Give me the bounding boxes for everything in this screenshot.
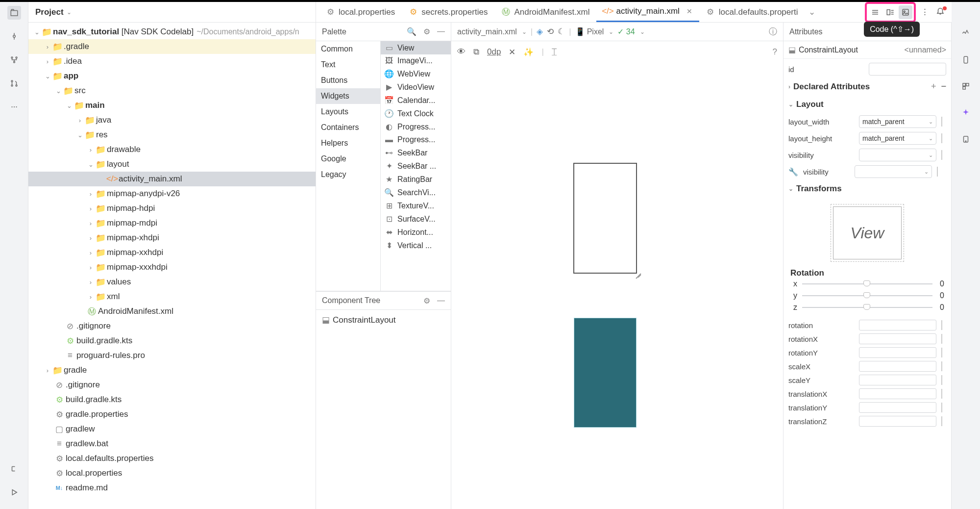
- code-mode-button[interactable]: [868, 5, 882, 19]
- terminal-icon[interactable]: [7, 462, 21, 476]
- widget-webview[interactable]: 🌐WebView: [381, 67, 451, 80]
- warning-icon[interactable]: ⓘ: [769, 26, 777, 37]
- infer-constraints-icon[interactable]: ✨: [523, 47, 534, 57]
- palette-cat-buttons[interactable]: Buttons: [316, 73, 380, 88]
- tree-mipmap-xxhdpi[interactable]: ›📁 mipmap-xxhdpi: [28, 245, 316, 260]
- gear-icon[interactable]: ⚙: [423, 296, 430, 305]
- tree-layout[interactable]: ⌄📁 layout: [28, 157, 316, 172]
- guidelines-icon[interactable]: ⌶: [552, 47, 557, 57]
- design-canvas[interactable]: [451, 63, 783, 509]
- blueprint-preview[interactable]: [574, 318, 637, 428]
- tree-idea-folder[interactable]: ›📁 .idea: [28, 54, 316, 69]
- clear-constraints-icon[interactable]: ✕: [509, 47, 515, 57]
- ct-constraint-layout[interactable]: ⬓ ConstraintLayout: [320, 313, 447, 327]
- layout-height-input[interactable]: match_parent⌄: [859, 132, 936, 145]
- tree-mipmap-xhdpi[interactable]: ›📁 mipmap-xhdpi: [28, 230, 316, 245]
- rotation-y-slider[interactable]: y 0: [784, 290, 951, 302]
- widget-videoview[interactable]: ▶VideoView: [381, 80, 451, 94]
- tree-gradlew-bat[interactable]: ≡ gradlew.bat: [28, 436, 316, 451]
- tree-build-gradle-app[interactable]: ⚙ build.gradle.kts: [28, 333, 316, 348]
- device-dropdown[interactable]: 📱Pixel⌄: [575, 27, 614, 36]
- tree-mipmap-mdpi[interactable]: ›📁 mipmap-mdpi: [28, 216, 316, 230]
- structure-icon[interactable]: [7, 53, 21, 67]
- tree-local-defaults[interactable]: ⚙ local.defaults.properties: [28, 451, 316, 466]
- palette-cat-helpers[interactable]: Helpers: [316, 135, 380, 151]
- api-dropdown[interactable]: ✓ 34⌄: [617, 27, 644, 36]
- layout-width-input[interactable]: match_parent⌄: [859, 115, 936, 128]
- split-mode-button[interactable]: [883, 5, 897, 19]
- tree-gradlew[interactable]: ▢ gradlew: [28, 422, 316, 436]
- layout-section[interactable]: ⌄Layout: [784, 96, 951, 113]
- device-preview[interactable]: [573, 163, 637, 274]
- tree-root[interactable]: ⌄📁 nav_sdk_tutorial [Nav SDK Codelab] ~/…: [28, 25, 316, 39]
- project-tool-icon[interactable]: [7, 6, 21, 20]
- widget-vertical[interactable]: ⬍Vertical ...: [381, 239, 451, 252]
- rotation-x-slider[interactable]: x 0: [784, 278, 951, 290]
- tree-gradle-folder[interactable]: ›📁 .gradle: [28, 39, 316, 54]
- rotationy-input[interactable]: [859, 347, 936, 358]
- tree-gradle-props[interactable]: ⚙ gradle.properties: [28, 407, 316, 422]
- run-icon[interactable]: [7, 485, 21, 499]
- notifications-icon[interactable]: [934, 6, 947, 18]
- remove-attribute-icon[interactable]: −: [941, 81, 946, 92]
- translationy-input[interactable]: [859, 402, 936, 413]
- tree-activity-main[interactable]: </> activity_main.xml: [28, 172, 316, 186]
- rotation-z-slider[interactable]: z 0: [784, 302, 951, 313]
- widget-view[interactable]: ▭View: [381, 41, 451, 54]
- widget-progress1[interactable]: ◐Progress...: [381, 120, 451, 133]
- id-input[interactable]: [869, 63, 946, 76]
- widget-textclock[interactable]: 🕐Text Clock: [381, 107, 451, 120]
- widget-searchview[interactable]: 🔍SearchVi...: [381, 186, 451, 199]
- translationx-input[interactable]: [859, 388, 936, 399]
- design-surface-icon[interactable]: ◈: [537, 26, 543, 37]
- tab-local-defaults[interactable]: ⚙ local.defaults.properti: [699, 2, 805, 22]
- tree-root-gradle[interactable]: ›📁 gradle: [28, 363, 316, 378]
- add-attribute-icon[interactable]: +: [931, 81, 936, 92]
- tree-readme[interactable]: M↓ readme.md: [28, 481, 316, 495]
- tree-mipmap-anydpi[interactable]: ›📁 mipmap-anydpi-v26: [28, 186, 316, 201]
- tree-mipmap-xxxhdpi[interactable]: ›📁 mipmap-xxxhdpi: [28, 260, 316, 275]
- widget-surfaceview[interactable]: ⊡SurfaceV...: [381, 212, 451, 226]
- widget-seekbar2[interactable]: ✦SeekBar ...: [381, 159, 451, 173]
- tree-proguard[interactable]: ≡ proguard-rules.pro: [28, 348, 316, 363]
- widget-calendar[interactable]: 📅Calendar...: [381, 94, 451, 107]
- palette-cat-google[interactable]: Google: [316, 151, 380, 167]
- resize-handle[interactable]: [635, 272, 643, 280]
- widget-progress2[interactable]: ▬Progress...: [381, 133, 451, 146]
- close-icon[interactable]: ✕: [686, 7, 692, 15]
- emulator-icon[interactable]: [959, 132, 973, 146]
- widget-horizontal[interactable]: ⬌Horizont...: [381, 226, 451, 239]
- translationz-input[interactable]: [859, 416, 936, 427]
- resource-manager-icon[interactable]: [959, 79, 973, 93]
- rotationx-input[interactable]: [859, 333, 936, 344]
- tab-manifest[interactable]: Ⓜ AndroidManifest.xml: [494, 2, 596, 22]
- tab-local-properties[interactable]: ⚙ local.properties: [319, 2, 402, 22]
- search-icon[interactable]: 🔍: [407, 27, 416, 36]
- pull-request-icon[interactable]: [7, 76, 21, 90]
- tree-drawable[interactable]: ›📁 drawable: [28, 142, 316, 157]
- more-tools-icon[interactable]: [7, 100, 21, 114]
- scaley-input[interactable]: [859, 375, 936, 385]
- ai-icon[interactable]: [959, 106, 973, 120]
- device-manager-icon[interactable]: [959, 53, 973, 67]
- commit-icon[interactable]: [7, 29, 21, 43]
- tree-java-folder[interactable]: ›📁 java: [28, 113, 316, 127]
- transforms-section[interactable]: ⌄Transforms: [784, 180, 951, 198]
- tree-mipmap-hdpi[interactable]: ›📁 mipmap-hdpi: [28, 201, 316, 216]
- tree-values[interactable]: ›📁 values: [28, 275, 316, 289]
- rotation-input[interactable]: [859, 320, 936, 331]
- chevron-down-icon[interactable]: ⌄: [805, 2, 819, 22]
- palette-cat-containers[interactable]: Containers: [316, 120, 380, 135]
- more-options-icon[interactable]: ⋮: [918, 7, 932, 17]
- tree-main-folder[interactable]: ⌄📁 main: [28, 98, 316, 113]
- profiler-icon[interactable]: [959, 26, 973, 40]
- palette-cat-text[interactable]: Text: [316, 57, 380, 73]
- eye-icon[interactable]: 👁: [457, 47, 466, 57]
- palette-cat-widgets[interactable]: Widgets: [316, 88, 380, 104]
- project-header[interactable]: Project ⌄: [28, 2, 316, 23]
- tree-xml-folder[interactable]: ›📁 xml: [28, 289, 316, 304]
- gear-icon[interactable]: ⚙: [423, 27, 430, 36]
- magnet-icon[interactable]: ⧉: [473, 47, 479, 57]
- tab-secrets[interactable]: ⚙ secrets.properties: [402, 2, 494, 22]
- minimize-icon[interactable]: —: [437, 296, 445, 305]
